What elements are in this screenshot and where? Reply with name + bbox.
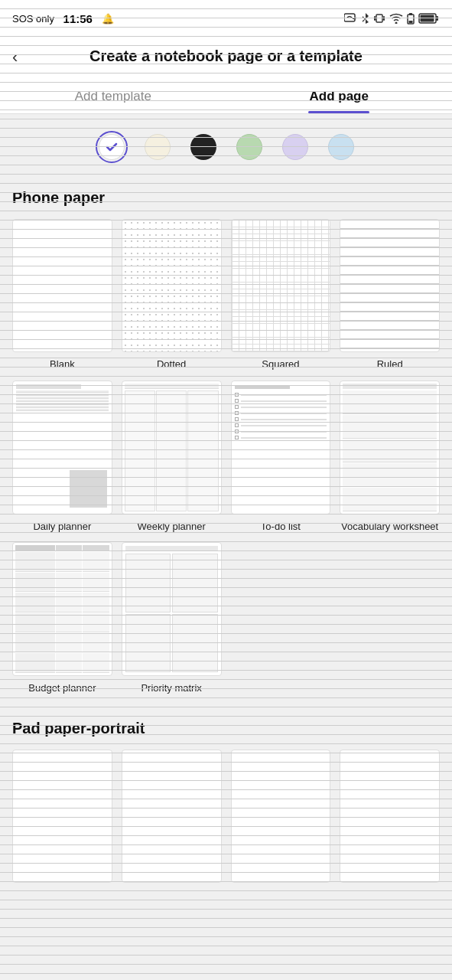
pad-paper-grid	[12, 750, 440, 883]
thumb-pad-ruled	[340, 750, 440, 883]
template-pad-ruled[interactable]	[340, 750, 440, 883]
pad-paper-section: Pad paper-portrait	[0, 707, 452, 883]
